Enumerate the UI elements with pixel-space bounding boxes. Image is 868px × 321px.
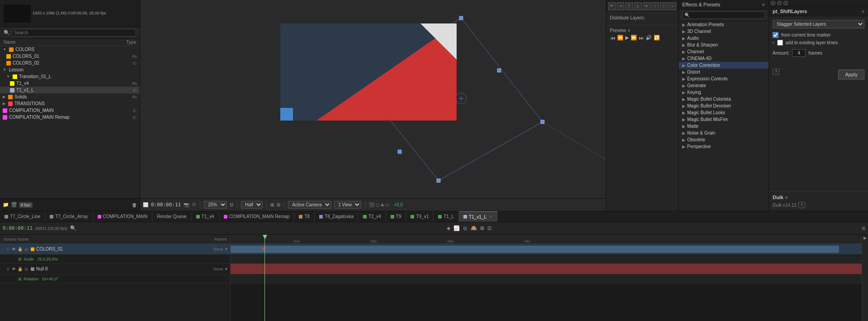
tab-t9[interactable]: T9 bbox=[386, 211, 406, 222]
tab-compilation-main[interactable]: COMPILATION_MAIN bbox=[93, 211, 153, 222]
effect-item-3d-channel[interactable]: ▶ 3D Channel bbox=[679, 28, 769, 35]
effect-item-distort[interactable]: ▶ Distort bbox=[679, 69, 769, 75]
effect-item-channel[interactable]: ▶ Channel bbox=[679, 48, 769, 55]
new-comp-icon[interactable]: 🎬 bbox=[11, 202, 17, 208]
rotation-value[interactable]: 0x+45,0° bbox=[42, 277, 59, 281]
tree-item-colors-02[interactable]: COLORS_02 C: bbox=[0, 60, 140, 66]
dist-v-btn[interactable]: ↔ bbox=[669, 2, 676, 10]
tl-bar-1[interactable] bbox=[231, 246, 839, 253]
layer-lock-icon-2[interactable]: 🔒 bbox=[17, 266, 23, 272]
add-existing-checkbox[interactable] bbox=[777, 40, 783, 46]
tree-item-transition01l[interactable]: ▼ Transition_01_L bbox=[0, 73, 140, 80]
dist-vert-btn[interactable]: ⁝ bbox=[651, 2, 659, 10]
chrome-min-btn[interactable] bbox=[777, 1, 782, 5]
duik-menu-icon[interactable]: ≡ bbox=[785, 195, 788, 200]
tl-motion-blur-btn[interactable]: ◈ bbox=[446, 225, 451, 231]
effect-item-mb-denoiser[interactable]: ▶ Magic Bullet Denoiser bbox=[679, 102, 769, 109]
tree-item-compilation-main[interactable]: COMPILATION_MAIN C: bbox=[0, 107, 140, 114]
effect-item-matte[interactable]: ▶ Matte bbox=[679, 123, 769, 130]
layer-lock-icon-1[interactable]: 🔒 bbox=[17, 247, 23, 252]
preview-prev-btn[interactable]: ⏪ bbox=[617, 35, 624, 41]
preview-loop-btn[interactable]: 🔁 bbox=[653, 35, 660, 41]
tl-frames-btn[interactable]: ⊡ bbox=[486, 225, 492, 231]
views-select[interactable]: 1 View bbox=[334, 201, 361, 209]
effect-item-expression[interactable]: ▶ Expression Controls bbox=[679, 75, 769, 82]
align-bottom-btn[interactable]: ⊥ bbox=[634, 2, 642, 10]
scale-value[interactable]: 25,0,25,0% bbox=[38, 257, 58, 261]
viewer-region-btn[interactable]: ⬜ bbox=[143, 202, 148, 207]
tab-t7-circle-line[interactable]: T7_Circle_Line bbox=[0, 211, 45, 222]
effects-search-input[interactable] bbox=[682, 11, 765, 19]
effect-item-color-correction[interactable]: ▶ Color Correction bbox=[679, 62, 769, 69]
effect-item-anim-presets[interactable]: ▶ Animation Presets bbox=[679, 21, 769, 28]
tab-t9v1[interactable]: T9_v1 bbox=[406, 211, 434, 222]
tl-graph-editor-btn[interactable]: 📈 bbox=[453, 225, 461, 231]
amount-input[interactable] bbox=[792, 49, 806, 57]
tab-t1v4[interactable]: T1_v4 bbox=[192, 211, 219, 222]
preview-play-btn[interactable]: ▶ bbox=[625, 35, 629, 41]
quality-select[interactable]: Half bbox=[241, 201, 263, 209]
layer-eye-icon-2[interactable]: 👁 bbox=[11, 266, 16, 272]
pt-shiftalayers-menu-icon[interactable]: ≡ bbox=[862, 9, 864, 14]
camera-select[interactable]: Active Camera bbox=[288, 201, 331, 209]
duik-help-button[interactable]: ? bbox=[798, 202, 805, 208]
preview-audio-btn[interactable]: 🔊 bbox=[645, 35, 652, 41]
effect-item-noise[interactable]: ▶ Noise & Grain bbox=[679, 130, 769, 136]
stagger-mode-select[interactable]: Stagger Selected Layers bbox=[773, 20, 864, 28]
align-top-btn[interactable]: ⊤ bbox=[625, 2, 633, 10]
effect-item-obsolete[interactable]: ▶ Obsolete bbox=[679, 136, 769, 143]
tab-t8[interactable]: T8 bbox=[294, 211, 315, 222]
apply-button[interactable]: Apply bbox=[838, 70, 864, 79]
effect-item-keying[interactable]: ▶ Keying bbox=[679, 89, 769, 96]
tab-t8-zagatovka[interactable]: T8_Zagatovka bbox=[315, 211, 359, 222]
tab-t1l[interactable]: T1_L bbox=[434, 211, 459, 222]
tree-item-solids[interactable]: ▶ Solids Fc bbox=[0, 93, 140, 100]
effect-item-blur[interactable]: ▶ Blur & Sharpen bbox=[679, 42, 769, 48]
draft-icon[interactable]: ◇ bbox=[386, 202, 389, 207]
sub-row-rot-link[interactable]: ⊞ bbox=[18, 277, 22, 281]
align-right-btn[interactable]: ⊣ bbox=[617, 2, 624, 10]
tree-item-transitions[interactable]: ▶ TRANSITIONS bbox=[0, 100, 140, 107]
effect-item-perspective[interactable]: ▶ Perspective bbox=[679, 143, 769, 150]
effect-item-mb-colorista[interactable]: ▶ Magic Bullet Colorista bbox=[679, 96, 769, 102]
sub-row-scale-link[interactable]: ⊞ bbox=[18, 257, 22, 261]
effect-item-audio[interactable]: ▶ Audio bbox=[679, 35, 769, 42]
tl-shy-btn[interactable]: 🙈 bbox=[470, 225, 478, 231]
align-left-btn[interactable]: ⊢ bbox=[608, 2, 616, 10]
dist-h-btn[interactable]: ↕ bbox=[660, 2, 668, 10]
tree-item-compilation-remap[interactable]: COMPILATION_MAIN Remap C: bbox=[0, 114, 140, 121]
layer-solo-icon-2[interactable]: ◎ bbox=[24, 266, 29, 272]
tab-render-queue[interactable]: Render Queue bbox=[152, 211, 192, 222]
fit-icon[interactable]: ⊡ bbox=[230, 202, 233, 207]
delete-icon[interactable]: 🗑 bbox=[132, 202, 137, 208]
effect-item-cinema4d[interactable]: ▶ CINEMA 4D bbox=[679, 55, 769, 62]
effect-item-mb-looks[interactable]: ▶ Magic Bullet Looks bbox=[679, 109, 769, 116]
tl-expand-right-btn[interactable]: ▶ bbox=[863, 236, 867, 240]
tab-t7-circle-array[interactable]: T7_Circle_Array bbox=[45, 211, 93, 222]
tl-collapse-btn[interactable]: ⊞ bbox=[479, 225, 485, 231]
tab-close-t1v1l[interactable]: ✕ bbox=[489, 214, 493, 219]
toggle-transparency-icon[interactable]: ⊞ bbox=[270, 202, 274, 207]
motion-blur-icon[interactable]: ◈ bbox=[381, 202, 384, 207]
tl-solo-btn[interactable]: ◎ bbox=[462, 225, 468, 231]
dist-horiz-btn[interactable]: ≡ bbox=[643, 2, 651, 10]
preview-next-btn[interactable]: ⏩ bbox=[630, 35, 637, 41]
chrome-close-btn[interactable] bbox=[771, 1, 775, 5]
layer-eye-icon-1[interactable]: 👁 bbox=[11, 247, 16, 252]
preview-first-btn[interactable]: ⏮ bbox=[610, 35, 616, 41]
tab-t2v4[interactable]: T2_v4 bbox=[359, 211, 386, 222]
tl-layer-colors01[interactable]: 1 👁 🔒 ◎ COLORS_01 None ▼ bbox=[0, 244, 230, 255]
effect-item-generate[interactable]: ▶ Generate bbox=[679, 82, 769, 89]
grid-icon[interactable]: ⊟ bbox=[277, 202, 280, 207]
layer-solo-icon-1[interactable]: ◎ bbox=[24, 247, 29, 252]
tl-layer-null8[interactable]: 2 👁 🔒 ◎ Null 8 None ▼ bbox=[0, 264, 230, 274]
wireframe-icon[interactable]: ◻ bbox=[376, 202, 379, 207]
from-time-checkbox[interactable] bbox=[773, 32, 778, 38]
tab-t1v1l[interactable]: T1_v1_L ✕ bbox=[459, 211, 498, 222]
tree-item-colors[interactable]: ▼ COLORS bbox=[0, 46, 140, 53]
tree-item-lesson[interactable]: ▼ Lesson bbox=[0, 66, 140, 73]
tree-item-t1v4[interactable]: T1_v4 Fc bbox=[0, 80, 140, 87]
tree-item-t1v1l[interactable]: T1_v1_L C: bbox=[0, 87, 140, 93]
project-search-input[interactable] bbox=[12, 29, 136, 37]
3d-icon[interactable]: ⬛ bbox=[369, 202, 374, 207]
